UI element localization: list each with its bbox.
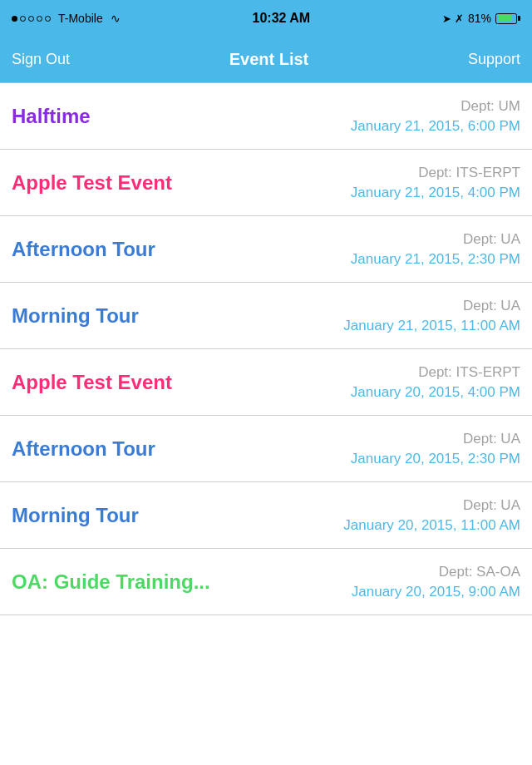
event-name: OA: Guide Training...	[12, 570, 210, 594]
battery-icon	[495, 13, 520, 24]
event-name: Apple Test Event	[12, 371, 172, 394]
event-date: January 21, 2015, 11:00 AM	[343, 318, 520, 334]
event-date: January 21, 2015, 2:30 PM	[351, 251, 520, 268]
event-name: Afternoon Tour	[12, 238, 155, 261]
battery-body	[495, 13, 517, 24]
status-left: T-Mobile ∿	[12, 12, 121, 25]
status-time: 10:32 AM	[253, 11, 311, 26]
event-date: January 21, 2015, 4:00 PM	[351, 185, 520, 201]
list-item[interactable]: Afternoon TourDept: UAJanuary 20, 2015, …	[0, 416, 532, 482]
signal-dot-5	[45, 16, 51, 22]
signal-dot-4	[37, 16, 42, 22]
event-right: Dept: UMJanuary 21, 2015, 6:00 PM	[351, 96, 520, 136]
status-right: ➤ ✗ 81%	[442, 12, 520, 25]
event-name: Morning Tour	[12, 304, 139, 328]
event-date: January 20, 2015, 11:00 AM	[343, 517, 520, 534]
event-dept: Dept: ITS-ERPT	[418, 165, 520, 181]
list-item[interactable]: HalftimeDept: UMJanuary 21, 2015, 6:00 P…	[0, 83, 532, 150]
event-dept: Dept: UA	[463, 298, 520, 314]
battery-fill	[498, 15, 512, 22]
event-name: Halftime	[12, 105, 91, 128]
signal-dots	[12, 16, 51, 22]
bluetooth-icon: ✗	[455, 12, 464, 25]
status-bar: T-Mobile ∿ 10:32 AM ➤ ✗ 81%	[0, 0, 532, 37]
event-right: Dept: UAJanuary 20, 2015, 2:30 PM	[351, 429, 520, 468]
event-dept: Dept: UA	[463, 231, 520, 248]
event-right: Dept: UAJanuary 21, 2015, 11:00 AM	[343, 296, 520, 335]
sign-out-button[interactable]: Sign Out	[12, 51, 70, 68]
event-left: Afternoon Tour	[12, 230, 351, 269]
event-name: Afternoon Tour	[12, 437, 155, 461]
event-list: HalftimeDept: UMJanuary 21, 2015, 6:00 P…	[0, 83, 532, 765]
nav-title: Event List	[229, 50, 309, 69]
support-button[interactable]: Support	[468, 51, 520, 68]
event-date: January 20, 2015, 4:00 PM	[351, 384, 520, 401]
event-left: Afternoon Tour	[12, 429, 351, 468]
event-dept: Dept: UM	[461, 98, 520, 115]
event-left: Halftime	[12, 96, 351, 136]
list-item[interactable]: Apple Test EventDept: ITS-ERPTJanuary 21…	[0, 150, 532, 216]
event-name: Apple Test Event	[12, 171, 172, 195]
event-right: Dept: UAJanuary 21, 2015, 2:30 PM	[351, 230, 520, 269]
event-dept: Dept: SA-OA	[439, 564, 520, 580]
event-dept: Dept: ITS-ERPT	[418, 364, 520, 381]
event-right: Dept: SA-OAJanuary 20, 2015, 9:00 AM	[352, 562, 520, 601]
location-icon: ➤	[442, 12, 451, 25]
event-right: Dept: ITS-ERPTJanuary 21, 2015, 4:00 PM	[351, 163, 520, 202]
event-left: Morning Tour	[12, 296, 343, 335]
list-item[interactable]: Morning TourDept: UAJanuary 20, 2015, 11…	[0, 482, 532, 549]
event-right: Dept: UAJanuary 20, 2015, 11:00 AM	[343, 496, 520, 535]
list-item[interactable]: OA: Guide Training...Dept: SA-OAJanuary …	[0, 549, 532, 615]
event-date: January 20, 2015, 9:00 AM	[352, 584, 520, 600]
nav-bar: Sign Out Event List Support	[0, 37, 532, 83]
event-dept: Dept: UA	[463, 431, 520, 447]
signal-dot-3	[28, 16, 34, 22]
event-left: Apple Test Event	[12, 363, 351, 402]
event-dept: Dept: UA	[463, 497, 520, 514]
battery-tip	[518, 16, 520, 21]
event-left: Apple Test Event	[12, 163, 351, 202]
carrier-name: T-Mobile	[58, 12, 103, 25]
event-date: January 20, 2015, 2:30 PM	[351, 451, 520, 467]
wifi-icon: ∿	[111, 12, 121, 25]
list-item[interactable]: Morning TourDept: UAJanuary 21, 2015, 11…	[0, 283, 532, 349]
event-date: January 21, 2015, 6:00 PM	[351, 118, 520, 135]
event-left: OA: Guide Training...	[12, 562, 352, 601]
event-right: Dept: ITS-ERPTJanuary 20, 2015, 4:00 PM	[351, 363, 520, 402]
event-left: Morning Tour	[12, 496, 343, 535]
signal-dot-1	[12, 16, 17, 22]
event-name: Morning Tour	[12, 504, 139, 527]
signal-dot-2	[20, 16, 26, 22]
list-item[interactable]: Afternoon TourDept: UAJanuary 21, 2015, …	[0, 216, 532, 283]
list-item[interactable]: Apple Test EventDept: ITS-ERPTJanuary 20…	[0, 349, 532, 416]
battery-percent: 81%	[468, 12, 491, 25]
status-icons: ➤ ✗	[442, 12, 464, 25]
